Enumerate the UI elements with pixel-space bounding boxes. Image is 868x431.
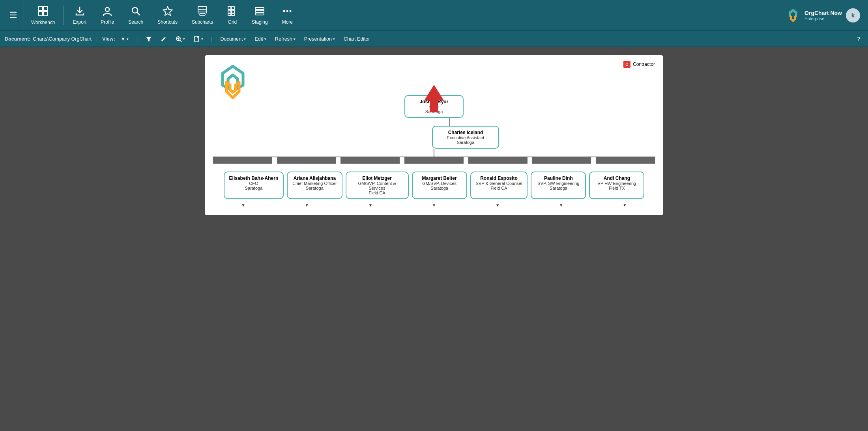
select-view-btn[interactable]: ▼ ▾ [118, 35, 132, 43]
report-node-5[interactable]: Pauline Dinh SVP, SW Engineering Saratog… [531, 172, 586, 199]
svg-rect-14 [232, 10, 234, 13]
toolbar-item-grid[interactable]: Grid [220, 3, 245, 28]
edit-btn[interactable]: Edit ▾ [251, 35, 269, 43]
profile-label: Profile [101, 19, 114, 25]
expand-arrow-0[interactable]: ▼ [213, 203, 273, 207]
shortcuts-icon [163, 6, 173, 18]
edit-caret: ▾ [264, 37, 266, 41]
report-title-6: VP HW Engineering [595, 181, 639, 186]
filter-btn[interactable] [142, 35, 155, 43]
presentation-btn[interactable]: Presentation ▾ [301, 35, 338, 43]
secondary-toolbar: Document: Charts\Company OrgChart | View… [0, 31, 868, 47]
report-loc-2: Field CA [351, 190, 403, 195]
report-name-4: Ronald Esposito [476, 175, 522, 181]
expand-arrow-5[interactable]: ▼ [531, 203, 591, 207]
svg-rect-2 [38, 11, 43, 16]
svg-rect-28 [195, 36, 198, 42]
toolbar2-sep-1: | [96, 36, 97, 42]
report-node-6[interactable]: Andi Chang VP HW Engineering Field TX [589, 172, 644, 199]
document-btn[interactable]: Document ▾ [217, 35, 249, 43]
red-arrow [422, 83, 446, 116]
report-loc-6: Field TX [595, 186, 639, 190]
page-btn[interactable]: ▾ [191, 35, 206, 43]
assistant-title: Executive Assistant [438, 135, 494, 140]
report-title-2: GM/SVP, Content & Services [351, 181, 403, 190]
hamburger-menu[interactable]: ☰ [3, 0, 24, 30]
svg-rect-17 [255, 7, 264, 9]
pen-icon [161, 36, 167, 42]
brand: OrgChart Now Enterprise [785, 7, 842, 24]
report-node-4[interactable]: Ronald Esposito SVP & General Counsel Fi… [470, 172, 528, 199]
workbench-icon [37, 6, 49, 18]
zoom-caret: ▾ [183, 37, 185, 41]
presentation-label: Presentation [304, 36, 332, 42]
chart-container: C Contractor Joshua Ryor CEO Saratoga [205, 55, 663, 215]
svg-rect-11 [228, 7, 231, 9]
report-name-2: Eliot Metzger [351, 175, 403, 181]
svg-point-22 [290, 10, 292, 12]
workbench-label: Workbench [31, 20, 55, 25]
page-caret: ▾ [201, 37, 203, 41]
chart-legend: C Contractor [623, 61, 655, 68]
report-node-0[interactable]: Elisabeth Bahs-Ahern CFO Saratoga [224, 172, 284, 199]
main-toolbar: ☰ Workbench Export [0, 0, 868, 31]
assistant-node[interactable]: Charles Iceland Executive Assistant Sara… [432, 126, 499, 149]
filter-icon [146, 36, 152, 42]
toolbar2-sep-3: | [211, 36, 212, 42]
expand-arrows: ▼ ▼ ▼ ▼ ▼ ▼ ▼ [213, 202, 655, 207]
toolbar-item-more[interactable]: More [275, 3, 300, 28]
report-node-2[interactable]: Eliot Metzger GM/SVP, Content & Services… [346, 172, 409, 199]
pen-btn[interactable] [157, 35, 170, 43]
refresh-btn[interactable]: Refresh ▾ [272, 35, 299, 43]
toolbar-item-shortcuts[interactable]: Shortcuts [150, 3, 185, 28]
help-btn[interactable]: ? [854, 35, 863, 43]
report-name-5: Pauline Dinh [536, 175, 580, 181]
export-label: Export [73, 19, 86, 25]
ceo-to-reports-connector [213, 149, 655, 157]
zoom-btn[interactable]: ▾ [172, 35, 188, 43]
expand-arrow-6[interactable]: ▼ [595, 203, 655, 207]
more-icon [282, 6, 292, 18]
expand-arrow-4[interactable]: ▼ [468, 203, 528, 207]
expand-arrow-2[interactable]: ▼ [340, 203, 400, 207]
toolbar-item-export[interactable]: Export [65, 3, 94, 28]
assistant-name: Charles Iceland [438, 130, 494, 135]
expand-arrow-1[interactable]: ▼ [277, 203, 337, 207]
edit-label: Edit [254, 36, 263, 42]
toolbar-item-staging[interactable]: Staging [245, 3, 275, 28]
report-name-0: Elisabeth Bahs-Ahern [229, 175, 279, 181]
reports-level: Elisabeth Bahs-Ahern CFO Saratoga Ariana… [213, 172, 655, 199]
more-label: More [282, 19, 293, 25]
svg-rect-7 [198, 7, 207, 13]
svg-point-20 [283, 10, 285, 12]
toolbar2-spacer [376, 31, 852, 47]
toolbar-right: OrgChart Now Enterprise k [785, 7, 865, 24]
toolbar-items: Workbench Export Profile [24, 2, 785, 28]
presentation-caret: ▾ [333, 37, 335, 41]
report-title-5: SVP, SW Engineering [536, 181, 580, 186]
toolbar2-sep-2: | [137, 36, 138, 42]
svg-rect-3 [43, 11, 48, 16]
main-area: C Contractor Joshua Ryor CEO Saratoga [0, 47, 868, 431]
toolbar-item-workbench[interactable]: Workbench [24, 2, 62, 28]
brand-title: OrgChart Now [804, 10, 842, 16]
brand-text: OrgChart Now Enterprise [804, 10, 842, 21]
svg-rect-10 [200, 14, 205, 15]
user-avatar[interactable]: k [846, 8, 860, 22]
expand-arrow-3[interactable]: ▼ [404, 203, 464, 207]
svg-rect-1 [43, 6, 48, 11]
svg-rect-16 [232, 14, 234, 15]
report-node-1[interactable]: Ariana Alisjahbana Chief Marketing Offic… [287, 172, 342, 199]
toolbar-item-profile[interactable]: Profile [94, 3, 121, 28]
toolbar-item-subcharts[interactable]: Subcharts [185, 3, 220, 28]
svg-line-25 [180, 40, 181, 42]
report-node-3[interactable]: Margaret Beiter GM/SVP, Devices Saratoga [412, 172, 467, 199]
report-title-1: Chief Marketing Officer [292, 181, 337, 186]
toolbar-item-search[interactable]: Search [121, 3, 150, 28]
report-name-6: Andi Chang [595, 175, 639, 181]
select-view-caret: ▾ [127, 37, 129, 41]
chart-editor-btn[interactable]: Chart Editor [340, 35, 373, 43]
profile-icon [102, 6, 112, 18]
svg-rect-15 [228, 14, 231, 15]
report-loc-1: Saratoga [292, 186, 337, 190]
